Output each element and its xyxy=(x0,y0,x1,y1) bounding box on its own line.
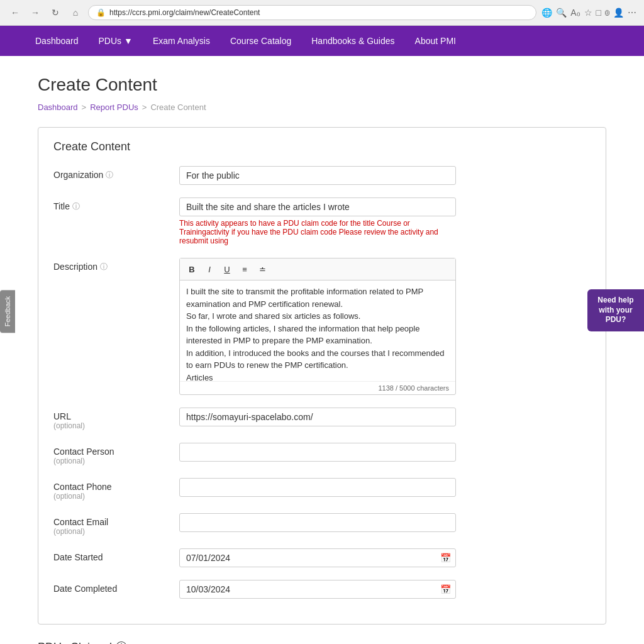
title-label: Title ⓘ xyxy=(53,197,179,212)
pdus-section-title: PDUs Claimed ⓘ xyxy=(38,640,606,644)
nav-exam-analysis[interactable]: Exam Analysis xyxy=(143,26,220,56)
browser-chrome: ← → ↻ ⌂ 🔒 https://ccrs.pmi.org/claim/new… xyxy=(0,0,644,26)
breadcrumb: Dashboard > Report PDUs > Create Content xyxy=(38,103,606,112)
reader-icon[interactable]: A₀ xyxy=(570,8,580,18)
description-content[interactable]: I built the site to transmit the profita… xyxy=(180,280,455,381)
browser-toolbar-icons: 🌐 🔍 A₀ ☆ □ 🄯 👤 ⋯ xyxy=(541,8,636,18)
address-bar[interactable]: 🔒 https://ccrs.pmi.org/claim/new/CreateC… xyxy=(88,5,536,20)
description-editor: B I U ≡ ≐ I built the site to transmit t… xyxy=(179,258,456,395)
title-input[interactable] xyxy=(179,197,456,216)
underline-button[interactable]: U xyxy=(219,261,235,277)
contact-person-row: Contact Person (optional) xyxy=(53,443,591,465)
nav-pdus[interactable]: PDUs ▼ xyxy=(89,26,143,56)
top-navigation: Dashboard PDUs ▼ Exam Analysis Course Ca… xyxy=(0,26,644,56)
form-section-title: Create Content xyxy=(53,140,591,153)
lock-icon: 🔒 xyxy=(96,8,106,17)
organization-input[interactable] xyxy=(179,166,456,185)
contact-phone-input[interactable] xyxy=(179,478,456,497)
page-title: Create Content xyxy=(38,75,606,95)
url-label: URL (optional) xyxy=(53,408,179,430)
create-content-form-section: Create Content Organization ⓘ Title ⓘ Th… xyxy=(38,127,606,625)
collections-icon[interactable]: □ xyxy=(596,8,601,18)
breadcrumb-separator-1: > xyxy=(82,103,87,112)
title-info-icon[interactable]: ⓘ xyxy=(72,201,80,212)
unordered-list-button[interactable]: ≡ xyxy=(236,261,253,277)
home-button[interactable]: ⌂ xyxy=(68,5,83,20)
date-started-label: Date Started xyxy=(53,548,179,562)
breadcrumb-separator-2: > xyxy=(142,103,147,112)
url-text: https://ccrs.pmi.org/claim/new/CreateCon… xyxy=(109,8,260,17)
zoom-icon[interactable]: 🔍 xyxy=(556,8,567,18)
date-completed-wrapper: 📅 xyxy=(179,580,456,599)
organization-row: Organization ⓘ xyxy=(53,166,591,185)
extensions-icon[interactable]: 🄯 xyxy=(605,8,609,18)
breadcrumb-dashboard[interactable]: Dashboard xyxy=(38,103,78,112)
char-count-display: 1138 / 5000 characters xyxy=(180,381,455,394)
calendar-icon-started[interactable]: 📅 xyxy=(440,553,451,563)
nav-course-catalog[interactable]: Course Catalog xyxy=(220,26,301,56)
contact-email-input[interactable] xyxy=(179,513,456,532)
back-button[interactable]: ← xyxy=(8,5,23,20)
description-label: Description ⓘ xyxy=(53,258,179,272)
organization-info-icon[interactable]: ⓘ xyxy=(106,170,113,180)
description-row: Description ⓘ B I U ≡ ≐ I built the site… xyxy=(53,258,591,395)
translate-icon[interactable]: 🌐 xyxy=(541,8,552,18)
help-widget[interactable]: Need help with your PDU? xyxy=(587,289,644,331)
date-started-row: Date Started 📅 xyxy=(53,548,591,567)
contact-person-label: Contact Person (optional) xyxy=(53,443,179,465)
bold-button[interactable]: B xyxy=(184,261,200,277)
title-field-container: This activity appears to have a PDU clai… xyxy=(179,197,456,245)
pdus-claimed-section: PDUs Claimed ⓘ PMP® xyxy=(38,640,606,644)
date-completed-input[interactable] xyxy=(179,580,456,599)
contact-phone-label: Contact Phone (optional) xyxy=(53,478,179,501)
contact-email-label: Contact Email (optional) xyxy=(53,513,179,536)
nav-handbooks[interactable]: Handbooks & Guides xyxy=(301,26,404,56)
date-completed-row: Date Completed 📅 xyxy=(53,580,591,599)
contact-phone-row: Contact Phone (optional) xyxy=(53,478,591,501)
url-row: URL (optional) xyxy=(53,408,591,430)
title-row: Title ⓘ This activity appears to have a … xyxy=(53,197,591,245)
breadcrumb-report-pdus[interactable]: Report PDUs xyxy=(90,103,138,112)
date-completed-label: Date Completed xyxy=(53,580,179,594)
url-input[interactable] xyxy=(179,408,456,426)
refresh-button[interactable]: ↻ xyxy=(48,5,63,20)
profile-icon[interactable]: 👤 xyxy=(613,8,624,18)
main-content: Create Content Dashboard > Report PDUs >… xyxy=(0,56,644,644)
italic-button[interactable]: I xyxy=(201,261,218,277)
more-icon[interactable]: ⋯ xyxy=(628,8,636,18)
description-info-icon[interactable]: ⓘ xyxy=(100,262,108,272)
contact-person-input[interactable] xyxy=(179,443,456,462)
breadcrumb-current: Create Content xyxy=(150,103,206,112)
title-error-message: This activity appears to have a PDU clai… xyxy=(179,219,456,245)
bookmark-icon[interactable]: ☆ xyxy=(584,8,592,18)
nav-about-pmi[interactable]: About PMI xyxy=(405,26,466,56)
forward-button[interactable]: → xyxy=(28,5,43,20)
date-started-input[interactable] xyxy=(179,548,456,567)
ordered-list-button[interactable]: ≐ xyxy=(254,261,270,277)
calendar-icon-completed[interactable]: 📅 xyxy=(440,584,451,594)
editor-toolbar: B I U ≡ ≐ xyxy=(180,258,455,280)
chevron-down-icon: ▼ xyxy=(124,36,133,46)
organization-label: Organization ⓘ xyxy=(53,166,179,180)
date-started-wrapper: 📅 xyxy=(179,548,456,567)
contact-email-row: Contact Email (optional) xyxy=(53,513,591,536)
nav-dashboard[interactable]: Dashboard xyxy=(25,26,89,56)
pdus-info-icon[interactable]: ⓘ xyxy=(116,640,127,644)
feedback-tab[interactable]: Feedback xyxy=(0,290,15,333)
